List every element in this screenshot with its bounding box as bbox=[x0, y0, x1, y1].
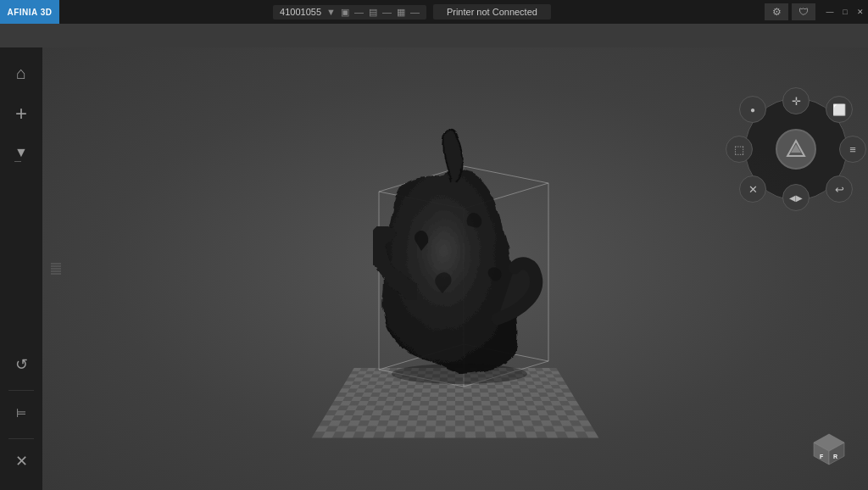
dash2-icon: — bbox=[382, 7, 392, 17]
menu-icon: ≡ bbox=[849, 143, 856, 156]
model-svg bbox=[311, 124, 599, 446]
maximize-button[interactable]: □ bbox=[837, 0, 853, 24]
sidebar-item-print[interactable]: ▼— bbox=[3, 136, 40, 173]
cut-icon: ✕ bbox=[748, 183, 758, 196]
radial-move-button[interactable]: ✛ bbox=[782, 87, 810, 114]
model-container bbox=[311, 124, 599, 446]
radial-scale-button[interactable]: ⬜ bbox=[826, 96, 853, 123]
radial-menu: ✛ ⬜ ≡ ↩ ◀▶ ✕ ⬚ ● bbox=[741, 94, 851, 204]
layers-small-icon: ▤ bbox=[369, 7, 377, 18]
svg-text:R: R bbox=[833, 454, 837, 459]
radial-eye-button[interactable]: ● bbox=[739, 96, 766, 123]
sidebar-divider2 bbox=[8, 438, 34, 439]
afinia-logo-icon bbox=[784, 137, 808, 161]
printer-status: Printer not Connected bbox=[433, 4, 551, 19]
scale-icon: ⬜ bbox=[832, 103, 846, 116]
minimize-button[interactable]: — bbox=[822, 0, 837, 24]
scale-ruler bbox=[51, 264, 61, 275]
dropdown-icon[interactable]: ▼ bbox=[326, 7, 336, 17]
view-cube-svg: F R bbox=[807, 429, 851, 473]
radial-flip-button[interactable]: ◀▶ bbox=[782, 184, 810, 211]
ruler-icon: ⊨ bbox=[16, 406, 26, 420]
title-bar: AFINIA 3D 41001055 ▼ ▣ — ▤ — ▦ — Printer… bbox=[0, 0, 868, 24]
radial-center-button[interactable] bbox=[776, 129, 816, 170]
svg-text:F: F bbox=[820, 454, 824, 459]
move-icon: ✛ bbox=[792, 95, 801, 108]
radial-undo-button[interactable]: ↩ bbox=[826, 175, 853, 203]
ruler-mark bbox=[51, 269, 61, 270]
sidebar-divider bbox=[8, 390, 34, 391]
bar-icon: ▦ bbox=[397, 7, 405, 18]
tools-icon: ✕ bbox=[15, 452, 28, 471]
eye-icon: ● bbox=[750, 105, 755, 114]
monitor-small-icon: ▣ bbox=[341, 7, 349, 18]
rotate-icon: ↺ bbox=[15, 355, 28, 374]
history-icon: ⬚ bbox=[734, 143, 744, 156]
svg-point-12 bbox=[392, 364, 527, 384]
title-right: ⚙ 🛡 bbox=[765, 3, 815, 20]
view-cube[interactable]: F R bbox=[807, 429, 851, 473]
sidebar-item-ruler[interactable]: ⊨ bbox=[3, 394, 40, 432]
viewport[interactable]: ✛ ⬜ ≡ ↩ ◀▶ ✕ ⬚ ● bbox=[42, 47, 868, 490]
sidebar-item-tools[interactable]: ✕ bbox=[3, 443, 40, 480]
radial-menu-button[interactable]: ≡ bbox=[839, 136, 866, 163]
sidebar-item-add[interactable]: + bbox=[3, 95, 40, 132]
print-icon: ▼— bbox=[14, 145, 28, 164]
app-logo: AFINIA 3D bbox=[0, 0, 59, 24]
printer-id: 41001055 bbox=[280, 7, 321, 17]
ruler-mark bbox=[51, 264, 61, 264]
flip-icon: ◀▶ bbox=[789, 193, 803, 203]
radial-history-button[interactable]: ⬚ bbox=[726, 136, 753, 163]
sidebar-item-home[interactable]: ⌂ bbox=[3, 54, 40, 92]
radial-cut-button[interactable]: ✕ bbox=[739, 175, 766, 203]
settings-button[interactable]: ⚙ bbox=[765, 3, 788, 20]
ruler-mark bbox=[51, 274, 61, 275]
home-icon: ⌂ bbox=[16, 64, 26, 83]
undo-icon: ↩ bbox=[835, 183, 844, 196]
dash3-icon: — bbox=[410, 7, 420, 17]
ruler-mark bbox=[51, 271, 61, 272]
dash1-icon: — bbox=[354, 7, 364, 17]
title-center: 41001055 ▼ ▣ — ▤ — ▦ — Printer not Conne… bbox=[59, 4, 765, 19]
window-controls: — □ ✕ bbox=[822, 0, 868, 24]
ruler-mark bbox=[51, 266, 61, 267]
sidebar: ⌂ + ▼— ↺ ⊨ ✕ bbox=[0, 47, 42, 490]
printer-id-section: 41001055 ▼ ▣ — ▤ — ▦ — bbox=[273, 5, 426, 19]
add-icon: + bbox=[15, 102, 27, 125]
help-button[interactable]: 🛡 bbox=[792, 3, 815, 20]
close-button[interactable]: ✕ bbox=[853, 0, 868, 24]
sidebar-item-rotate[interactable]: ↺ bbox=[3, 346, 40, 383]
